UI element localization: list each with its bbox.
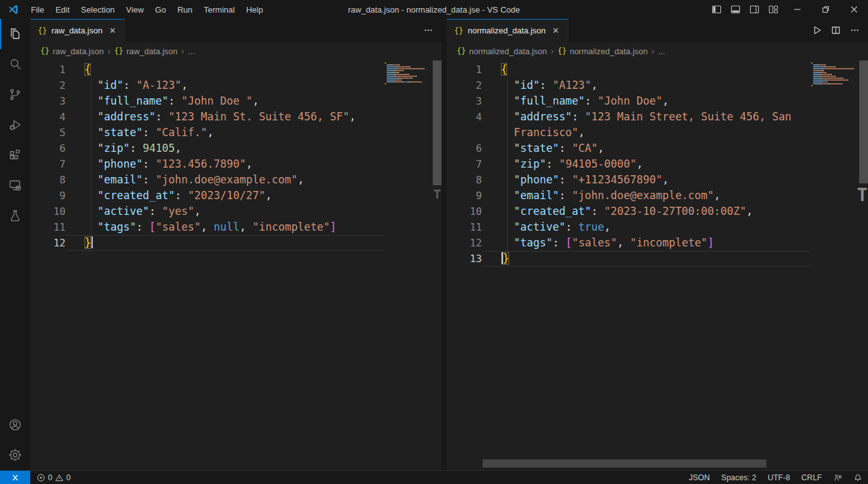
code-line[interactable]: 7 "phone": "123.456.7890", [30, 156, 384, 172]
code-line[interactable]: 12 "tags": ["sales", "incomplete"] [447, 235, 810, 251]
code-line[interactable]: 11 "active": true, [447, 219, 810, 235]
code-line[interactable]: 10 "created_at": "2023-10-27T00:00:00Z", [447, 204, 810, 219]
code-line[interactable]: 10 "active": "yes", [30, 204, 384, 219]
code-line[interactable]: 2 "id": "A123", [447, 78, 810, 93]
menu-item-go[interactable]: Go [150, 3, 172, 17]
minimap-token [392, 64, 399, 66]
tab-bar: {}raw_data.json✕ [30, 19, 442, 42]
editor-pane: 1{2 "id": "A123",3 "full_name": "John Do… [447, 60, 868, 470]
code-line[interactable]: 2 "id": "A-123", [30, 78, 384, 93]
activity-accounts-icon[interactable] [0, 410, 30, 440]
code-line[interactable]: 4 "address": "123 Main St. Suite 456, SF… [30, 109, 384, 125]
notifications-bell-icon[interactable] [848, 471, 868, 484]
breadcrumb-item[interactable]: ... [658, 47, 665, 56]
minimap[interactable] [810, 60, 859, 89]
vertical-scrollbar[interactable] [859, 60, 868, 183]
tab-close-icon[interactable]: ✕ [550, 25, 561, 37]
menu-item-terminal[interactable]: Terminal [198, 3, 240, 17]
minimap[interactable] [384, 60, 433, 87]
code-line[interactable]: 1{ [447, 62, 810, 78]
activity-bar [0, 19, 30, 470]
line-content: "zip": "94105-0000", [482, 156, 810, 172]
text-cursor [91, 236, 93, 248]
line-content: Francisco", [482, 125, 810, 141]
code-line[interactable]: 3 "full_name": "John Doe", [447, 93, 810, 109]
code-line[interactable]: 3 "full_name": "John Doe ", [30, 93, 384, 109]
code-line[interactable]: 9 "email": "john.doe@example.com", [447, 188, 810, 204]
minimap-token [819, 64, 824, 66]
toggle-secondary-sidebar-icon[interactable] [745, 0, 764, 19]
menu-item-run[interactable]: Run [172, 3, 198, 17]
code-token: "2023/10/27" [188, 189, 266, 202]
code-line[interactable]: 6 "zip": 94105, [30, 141, 384, 156]
vertical-scrollbar[interactable] [433, 60, 442, 185]
restore-button[interactable] [811, 0, 840, 19]
line-number: 7 [447, 156, 482, 172]
menu-item-selection[interactable]: Selection [75, 3, 120, 17]
eol-status[interactable]: CRLF [795, 471, 828, 484]
code-token: : [175, 189, 187, 202]
code-line[interactable]: 1{ [30, 62, 384, 78]
activity-explorer-icon[interactable] [0, 19, 30, 49]
code-token: "created_at" [97, 189, 175, 202]
feedback-icon[interactable] [828, 471, 848, 484]
code-token: "123 Main Street, Suite 456, San [585, 110, 792, 123]
minimize-button[interactable] [783, 0, 811, 19]
activity-testing-icon[interactable] [0, 200, 30, 231]
indentation-status[interactable]: Spaces: 2 [715, 471, 762, 484]
menu-item-edit[interactable]: Edit [50, 3, 75, 17]
minimap-token [403, 70, 404, 71]
breadcrumb-item[interactable]: {}raw_data.json [40, 47, 103, 56]
minimap-token [820, 74, 831, 75]
problems-status[interactable]: 0 0 [30, 473, 77, 482]
menu-item-help[interactable]: Help [240, 3, 269, 17]
json-file-icon: {} [457, 47, 466, 55]
code-token: : [123, 79, 136, 91]
code-line[interactable]: 4 "address": "123 Main Street, Suite 456… [447, 109, 810, 125]
run-icon[interactable] [809, 22, 825, 38]
minimap-token [823, 70, 824, 71]
breadcrumb-item[interactable]: {}normalized_data.json [457, 47, 547, 56]
breadcrumb-item[interactable]: ... [188, 47, 195, 56]
tab-raw_data.json[interactable]: {}raw_data.json✕ [30, 19, 125, 42]
customize-layout-icon[interactable] [764, 0, 783, 19]
line-number: 13 [447, 251, 482, 267]
code-line[interactable]: 12} [30, 235, 384, 251]
code-line[interactable]: 6 "state": "CA", [447, 141, 810, 156]
code-line[interactable]: 7 "zip": "94105-0000", [447, 156, 810, 172]
code-line[interactable]: 8 "email": "john.doe@example.com", [30, 172, 384, 188]
code-token: "Calif." [156, 126, 208, 139]
tab-normalized_data.json[interactable]: {}normalized_data.json✕ [447, 19, 568, 42]
code-line[interactable]: 8 "phone": "+11234567890", [447, 172, 810, 188]
code-line[interactable]: 5 "state": "Calif.", [30, 125, 384, 141]
activity-extensions-icon[interactable] [0, 140, 30, 170]
horizontal-scrollbar[interactable] [483, 459, 766, 468]
more-icon[interactable] [847, 22, 863, 38]
tab-close-icon[interactable]: ✕ [107, 25, 118, 37]
breadcrumb-item[interactable]: {}raw_data.json [114, 47, 177, 56]
editor-pane: 1{2 "id": "A-123",3 "full_name": "John D… [30, 60, 442, 470]
code-token: "yes" [162, 205, 194, 217]
activity-settings-icon[interactable] [0, 440, 30, 470]
menu-item-view[interactable]: View [120, 3, 150, 17]
code-line[interactable]: 13} [447, 251, 810, 267]
remote-indicator[interactable] [0, 471, 30, 484]
split-icon[interactable] [828, 22, 844, 38]
more-icon[interactable] [420, 22, 437, 38]
activity-search-icon[interactable] [0, 49, 30, 79]
code-line[interactable]: Francisco", [447, 125, 810, 141]
menu-item-file[interactable]: File [25, 3, 50, 17]
window-title: raw_data.json - normalized_data.jse - VS… [348, 5, 520, 14]
code-line[interactable]: 9 "created_at": "2023/10/27", [30, 188, 384, 204]
language-mode[interactable]: JSON [683, 471, 715, 484]
toggle-primary-sidebar-icon[interactable] [707, 0, 726, 19]
activity-remote-explorer-icon[interactable] [0, 170, 30, 200]
activity-run-debug-icon[interactable] [0, 110, 30, 140]
encoding-status[interactable]: UTF-8 [762, 471, 795, 484]
breadcrumb-item[interactable]: {}normalized_data.json [558, 47, 648, 56]
close-button[interactable] [840, 0, 868, 19]
code-line[interactable]: 11 "tags": ["sales", null, "incomplete"] [30, 219, 384, 235]
minimap-token [826, 72, 827, 73]
activity-source-control-icon[interactable] [0, 79, 30, 110]
toggle-panel-icon[interactable] [726, 0, 745, 19]
